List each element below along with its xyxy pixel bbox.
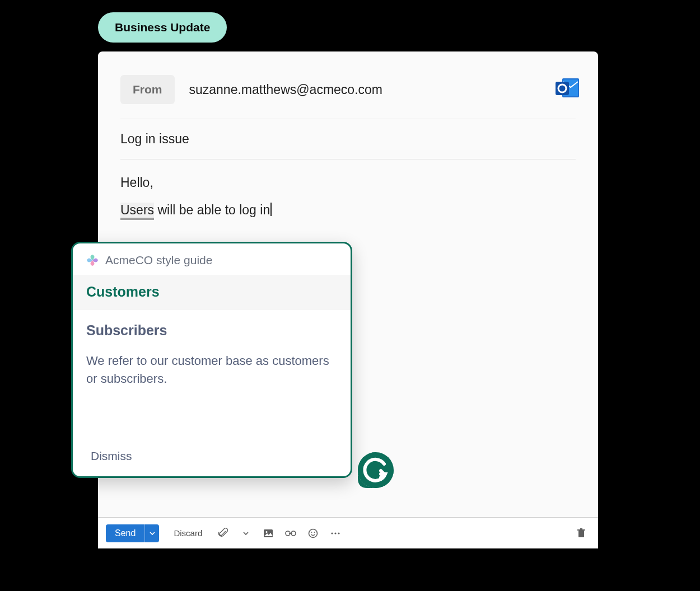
style-guide-popup: AcmeCO style guide Customers Subscribers… (71, 242, 352, 478)
chevron-down-icon[interactable] (240, 528, 251, 539)
svg-point-10 (311, 532, 312, 533)
image-icon[interactable] (263, 528, 274, 539)
dismiss-button[interactable]: Dismiss (91, 449, 132, 462)
svg-point-5 (266, 531, 268, 532)
svg-rect-16 (577, 529, 585, 531)
suggestion-explanation: We refer to our customer base as custome… (73, 343, 351, 388)
send-button-label[interactable]: Send (106, 524, 144, 542)
svg-rect-17 (580, 528, 582, 529)
svg-point-11 (314, 532, 315, 533)
suggestion-subscribers[interactable]: Subscribers (73, 310, 351, 343)
category-badge: Business Update (98, 12, 227, 43)
trash-icon[interactable] (576, 528, 587, 539)
styleguide-source: AcmeCO style guide (105, 254, 212, 267)
attach-icon[interactable] (218, 528, 229, 539)
from-row: From suzanne.matthews@acmeco.com (120, 69, 576, 119)
grammarly-icon[interactable] (356, 451, 395, 490)
body-greeting: Hello, (120, 173, 576, 193)
email-body[interactable]: Hello, Users will be able to log in (120, 160, 576, 233)
compose-toolbar: Send Discard (98, 517, 598, 548)
svg-point-12 (332, 532, 333, 534)
discard-button[interactable]: Discard (164, 528, 210, 538)
from-label[interactable]: From (120, 75, 175, 104)
suggestion-customers[interactable]: Customers (73, 275, 351, 310)
emoji-icon[interactable] (307, 528, 319, 539)
svg-rect-15 (578, 531, 584, 537)
styleguide-logo-icon (86, 254, 99, 266)
send-button[interactable]: Send (106, 524, 159, 542)
svg-point-9 (309, 529, 318, 537)
send-dropdown[interactable] (144, 524, 159, 542)
body-rest: will be able to log in (154, 203, 270, 217)
text-cursor (270, 203, 272, 216)
outlook-icon (554, 76, 581, 101)
link-icon[interactable] (285, 528, 296, 539)
subject-field[interactable]: Log in issue (120, 119, 576, 160)
from-email: suzanne.matthews@acmeco.com (189, 82, 383, 97)
svg-point-13 (335, 532, 337, 534)
svg-point-14 (338, 532, 340, 534)
more-icon[interactable] (330, 528, 341, 539)
flagged-word-users[interactable]: Users (120, 203, 154, 220)
